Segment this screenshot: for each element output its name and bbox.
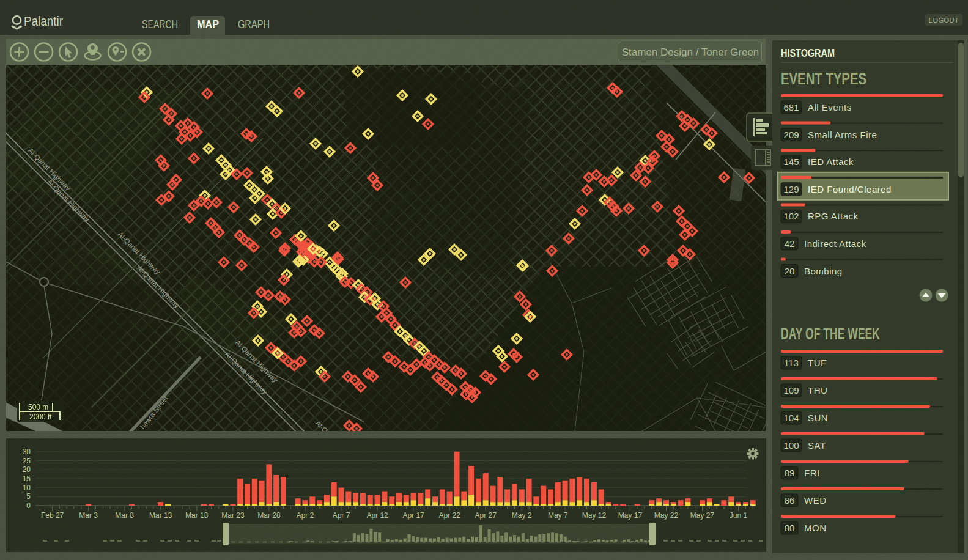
svg-text:Apr 22: Apr 22	[439, 511, 461, 520]
svg-text:0: 0	[26, 501, 31, 510]
svg-text:Mar 18: Mar 18	[185, 511, 209, 520]
svg-text:113: 113	[784, 358, 799, 368]
svg-text:681: 681	[783, 102, 799, 112]
svg-text:25: 25	[23, 457, 31, 465]
svg-text:Apr 7: Apr 7	[333, 511, 350, 520]
svg-text:WED: WED	[804, 495, 827, 506]
svg-text:GRAPH: GRAPH	[238, 18, 270, 31]
svg-text:15: 15	[23, 474, 31, 483]
svg-text:104: 104	[783, 413, 799, 423]
svg-text:All Events: All Events	[808, 102, 852, 112]
svg-text:Mar 3: Mar 3	[79, 511, 98, 520]
svg-text:Feb 27: Feb 27	[41, 511, 64, 520]
svg-text:Mar 13: Mar 13	[149, 511, 172, 520]
svg-text:Mar 8: Mar 8	[115, 511, 134, 520]
svg-text:Apr 27: Apr 27	[475, 511, 497, 520]
svg-text:100: 100	[783, 440, 799, 451]
svg-text:30: 30	[23, 448, 31, 456]
svg-text:Bombing: Bombing	[804, 266, 843, 276]
svg-text:Apr 2: Apr 2	[297, 511, 314, 520]
svg-text:209: 209	[783, 130, 799, 140]
svg-text:20: 20	[23, 465, 31, 474]
svg-text:Small Arms Fire: Small Arms Fire	[808, 130, 877, 140]
svg-text:Palantir: Palantir	[24, 13, 63, 29]
svg-text:May 2: May 2	[512, 511, 532, 520]
svg-text:500 m: 500 m	[28, 403, 48, 411]
svg-text:80: 80	[785, 523, 795, 533]
svg-text:129: 129	[783, 184, 799, 194]
svg-text:IED Attack: IED Attack	[808, 157, 854, 167]
svg-text:Apr 12: Apr 12	[366, 511, 388, 520]
svg-text:RPG Attack: RPG Attack	[808, 211, 859, 221]
svg-text:Mar 23: Mar 23	[221, 511, 245, 520]
svg-text:MON: MON	[804, 523, 827, 533]
svg-text:Indirect Attack: Indirect Attack	[804, 238, 866, 249]
svg-text:THU: THU	[808, 385, 827, 396]
svg-text:SAT: SAT	[808, 440, 826, 451]
svg-text:86: 86	[785, 495, 795, 506]
svg-text:Jun 1: Jun 1	[730, 511, 748, 520]
svg-text:HISTOGRAM: HISTOGRAM	[781, 47, 835, 59]
svg-text:May 7: May 7	[548, 511, 568, 520]
svg-text:May 12: May 12	[582, 511, 607, 520]
svg-text:MAP: MAP	[197, 18, 219, 31]
svg-text:IED Found/Cleared: IED Found/Cleared	[808, 184, 892, 194]
svg-text:10: 10	[23, 484, 31, 492]
svg-text:FRI: FRI	[804, 468, 820, 478]
svg-text:SEARCH: SEARCH	[142, 18, 178, 31]
svg-text:109: 109	[783, 385, 799, 396]
svg-text:Apr 17: Apr 17	[402, 511, 424, 520]
svg-text:TUE: TUE	[808, 358, 827, 368]
svg-text:LOGOUT: LOGOUT	[929, 17, 959, 24]
svg-text:145: 145	[783, 157, 799, 167]
svg-text:SUN: SUN	[808, 413, 828, 423]
svg-text:Mar 28: Mar 28	[257, 511, 281, 520]
svg-text:May 22: May 22	[654, 511, 679, 520]
svg-text:May 17: May 17	[618, 511, 643, 520]
svg-text:89: 89	[785, 468, 795, 478]
svg-text:102: 102	[783, 211, 799, 221]
svg-text:42: 42	[785, 238, 795, 249]
svg-text:2000 ft: 2000 ft	[29, 413, 52, 421]
svg-text:EVENT TYPES: EVENT TYPES	[781, 69, 866, 88]
svg-text:May 27: May 27	[690, 511, 715, 520]
svg-text:5: 5	[26, 492, 31, 501]
svg-text:20: 20	[785, 266, 795, 276]
svg-text:DAY OF THE WEEK: DAY OF THE WEEK	[781, 324, 880, 343]
